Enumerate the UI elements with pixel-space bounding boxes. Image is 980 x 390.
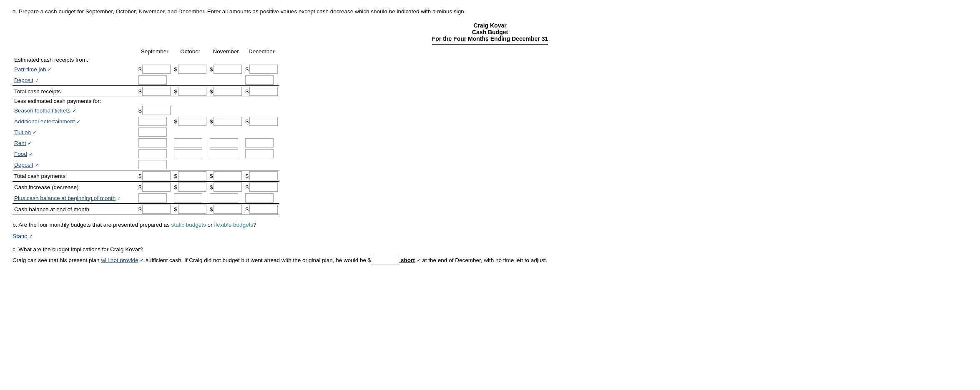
static-checkmark: ✓ [29, 234, 33, 240]
part-b-section: b. Are the four monthly budgets that are… [13, 222, 967, 228]
food-link[interactable]: Food [14, 151, 27, 157]
part-time-job-check: ✓ [48, 67, 52, 72]
static-budgets-link[interactable]: static budgets [171, 222, 206, 228]
rent-nov[interactable] [210, 138, 238, 148]
ent-oct[interactable] [178, 117, 206, 126]
total-rcpt-dec[interactable] [249, 87, 278, 96]
total-pay-sep[interactable] [142, 171, 171, 180]
static-answer-link[interactable]: Static [13, 233, 27, 240]
plus-cash-dec[interactable] [245, 193, 274, 202]
ptj-dec[interactable] [249, 65, 278, 74]
cash-increase-label: Cash increase (decrease) [13, 182, 137, 193]
short-amount-input[interactable] [371, 256, 399, 265]
part-b-prefix: b. Are the four monthly budgets that are… [13, 222, 171, 228]
will-not-provide-link[interactable]: will not provide [101, 257, 138, 263]
doc-title: Cash Budget [13, 29, 967, 35]
tuition-link[interactable]: Tuition [14, 129, 31, 135]
cash-inc-oct[interactable] [178, 182, 206, 192]
will-not-provide-check: ✓ [140, 258, 144, 263]
deposit-payments-link[interactable]: Deposit [14, 162, 33, 168]
season-tickets-check: ✓ [72, 108, 76, 114]
plus-cash-oct[interactable] [174, 193, 202, 202]
total-pay-nov[interactable] [214, 171, 242, 180]
tickets-sep[interactable] [142, 106, 171, 115]
header-december: December [244, 47, 279, 56]
cash-inc-dec[interactable] [249, 182, 278, 192]
ptj-nov[interactable] [214, 65, 242, 74]
ptj-sep[interactable] [142, 65, 171, 74]
ent-dec[interactable] [249, 117, 278, 126]
cash-end-nov[interactable] [214, 205, 242, 214]
part-c-text: Craig can see that his present plan will… [13, 256, 967, 265]
add-ent-check: ✓ [76, 119, 80, 125]
total-rcpt-nov[interactable] [214, 87, 242, 96]
rent-link[interactable]: Rent [14, 140, 26, 146]
part-b-suffix: ? [253, 222, 256, 228]
rent-check: ✓ [28, 140, 32, 146]
header-october: October [172, 47, 208, 56]
ptj-oct[interactable] [178, 65, 206, 74]
tuition-check: ✓ [33, 130, 37, 135]
part-c-middle: sufficient cash. If Craig did not budget… [144, 257, 371, 263]
deposit-receipts-check: ✓ [35, 78, 39, 83]
part-c-prefix: Craig can see that his present plan [13, 257, 101, 263]
total-rcpt-oct[interactable] [178, 87, 206, 96]
cash-end-label: Cash balance at end of month [13, 204, 137, 215]
rent-sep[interactable] [138, 138, 167, 148]
cash-inc-sep[interactable] [142, 182, 171, 192]
food-check: ✓ [29, 151, 33, 157]
ent-sep[interactable] [138, 117, 167, 126]
deposit-receipts-link[interactable]: Deposit [14, 77, 33, 83]
cash-end-oct[interactable] [178, 205, 206, 214]
part-c-suffix: at the end of December, with no time lef… [421, 257, 548, 263]
cash-inc-nov[interactable] [214, 182, 242, 192]
deposit-payments-check: ✓ [35, 162, 39, 168]
food-nov[interactable] [210, 149, 238, 158]
receipts-label: Estimated cash receipts from: [13, 56, 137, 64]
add-ent-link[interactable]: Additional entertainment [14, 118, 75, 125]
total-payments-label: Total cash payments [13, 170, 137, 182]
header-november: November [208, 47, 244, 56]
total-receipts-label: Total cash receipts [13, 86, 137, 97]
total-pay-dec[interactable] [249, 171, 278, 180]
cash-end-dec[interactable] [249, 205, 278, 214]
food-oct[interactable] [174, 149, 202, 158]
part-time-job-link[interactable]: Part-time job [14, 66, 46, 72]
company-name: Craig Kovar [13, 22, 967, 29]
total-rcpt-sep[interactable] [142, 87, 171, 96]
rent-oct[interactable] [174, 138, 202, 148]
tuition-sep[interactable] [138, 128, 167, 137]
dep-rcpt-sep[interactable] [138, 75, 167, 85]
plus-cash-nov[interactable] [210, 193, 238, 202]
static-answer-row: Static ✓ [13, 233, 967, 240]
part-c-title: c. What are the budget implications for … [13, 246, 967, 252]
ent-nov[interactable] [214, 117, 242, 126]
short-check: ✓ [417, 258, 421, 263]
flexible-budgets-link[interactable]: flexible budgets [214, 222, 253, 228]
payments-label: Less estimated cash payments for: [13, 97, 137, 105]
part-b-middle: or [206, 222, 214, 228]
instructions: a. Prepare a cash budget for September, … [13, 8, 967, 15]
rent-dec[interactable] [245, 138, 274, 148]
cash-end-sep[interactable] [142, 205, 171, 214]
header-september: September [137, 47, 173, 56]
dep-pay-sep[interactable] [138, 160, 167, 169]
total-pay-oct[interactable] [178, 171, 206, 180]
plus-cash-link[interactable]: Plus cash balance at beginning of month [14, 195, 116, 201]
plus-cash-check: ✓ [117, 195, 121, 201]
short-label[interactable]: short [399, 257, 415, 263]
dep-rcpt-dec[interactable] [245, 75, 274, 85]
food-dec[interactable] [245, 149, 274, 158]
period: For the Four Months Ending December 31 [432, 35, 548, 45]
plus-cash-sep[interactable] [138, 193, 167, 202]
food-sep[interactable] [138, 149, 167, 158]
season-tickets-link[interactable]: Season football tickets [14, 108, 70, 114]
